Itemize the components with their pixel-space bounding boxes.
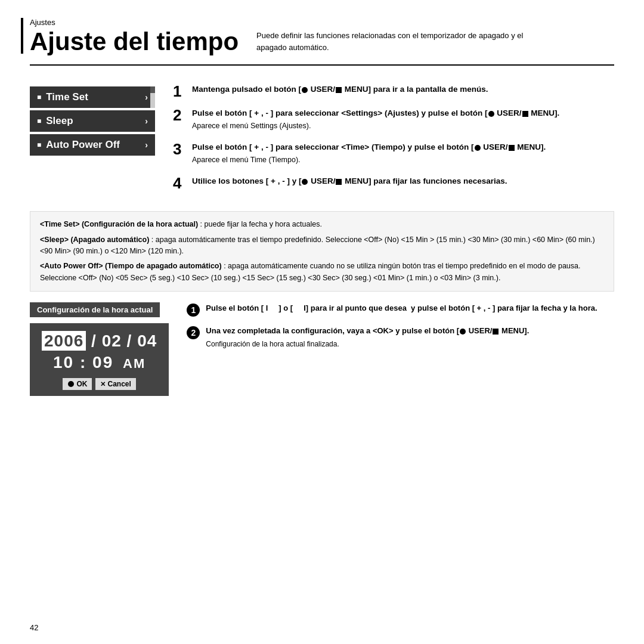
menu-item-timeset[interactable]: ■ Time Set › bbox=[30, 86, 155, 108]
chevron-icon: › bbox=[145, 140, 148, 150]
note-1: <Time Set> (Configuración de la hora act… bbox=[40, 219, 604, 230]
chevron-icon: › bbox=[145, 92, 148, 102]
date-text: 2006 / 02 / 04 bbox=[42, 332, 157, 351]
note-2: <Sleep> (Apagado automático) : apaga aut… bbox=[40, 234, 604, 258]
chevron-icon: › bbox=[145, 116, 148, 126]
step-content: Mantenga pulsado el botón [ USER/ MENU] … bbox=[192, 83, 488, 97]
page-number: 42 bbox=[30, 623, 38, 632]
step-number: 3 bbox=[173, 141, 186, 157]
config-section: Configuración de la hora actual 2006 / 0… bbox=[30, 302, 614, 396]
year-highlight: 2006 bbox=[42, 331, 86, 351]
note-label: <Sleep> (Apagado automático) bbox=[40, 236, 149, 244]
header: Ajustes Ajuste del tiempo Puede definir … bbox=[30, 18, 614, 66]
ok-label: OK bbox=[76, 380, 87, 388]
menu-box: ■ Time Set › ■ Sleep › ■ Auto Power Off bbox=[30, 86, 155, 199]
config-step-number: 2 bbox=[187, 326, 200, 339]
step-main-text: Pulse el botón [ + , - ] para selecciona… bbox=[192, 107, 559, 119]
step-sub-text: Aparece el menú Time (Tiempo). bbox=[192, 154, 546, 166]
step-1: 1 Mantenga pulsado el botón [ USER/ MENU… bbox=[173, 83, 614, 99]
bullet-icon: ■ bbox=[37, 141, 41, 149]
buttons-row: OK ✕ Cancel bbox=[42, 378, 157, 390]
section-label: Ajustes bbox=[30, 18, 239, 27]
step-main-text: Mantenga pulsado el botón [ USER/ MENU] … bbox=[192, 83, 488, 95]
hour-text: 10 bbox=[53, 353, 74, 371]
date-separator2: / bbox=[127, 332, 138, 350]
note-text: : puede fijar la fecha y hora actuales. bbox=[200, 220, 322, 228]
menu-item-sleep[interactable]: ■ Sleep › bbox=[30, 110, 155, 132]
config-step-main: Pulse el botón [ I ] o [ I] para ir al p… bbox=[206, 302, 597, 314]
note-label: <Auto Power Off> (Tiempo de apagado auto… bbox=[40, 262, 222, 270]
config-step-content: Una vez completada la configuración, vay… bbox=[206, 325, 529, 351]
ampm-text: AM bbox=[123, 356, 145, 371]
config-step-main: Una vez completada la configuración, vay… bbox=[206, 325, 529, 337]
time-colon: : bbox=[80, 353, 92, 371]
cancel-label: Cancel bbox=[107, 380, 131, 388]
config-step-number: 1 bbox=[187, 304, 200, 317]
step-main-text: Pulse el botón [ + , - ] para selecciona… bbox=[192, 141, 546, 153]
step-2: 2 Pulse el botón [ + , - ] para seleccio… bbox=[173, 107, 614, 133]
note-3: <Auto Power Off> (Tiempo de apagado auto… bbox=[40, 261, 604, 284]
header-left: Ajustes Ajuste del tiempo bbox=[30, 18, 239, 55]
step-content: Pulse el botón [ + , - ] para selecciona… bbox=[192, 107, 559, 133]
config-steps: 1 Pulse el botón [ I ] o [ I] para ir al… bbox=[187, 302, 614, 360]
title-border bbox=[21, 18, 23, 54]
menu-item-autopoweroff[interactable]: ■ Auto Power Off › bbox=[30, 134, 155, 156]
config-step-2: 2 Una vez completada la configuración, v… bbox=[187, 325, 614, 351]
config-step-1: 1 Pulse el botón [ I ] o [ I] para ir al… bbox=[187, 302, 614, 317]
step-content: Pulse el botón [ + , - ] para selecciona… bbox=[192, 141, 546, 167]
scrollbar[interactable] bbox=[150, 86, 155, 108]
page-title: Ajuste del tiempo bbox=[30, 28, 239, 55]
circle-icon bbox=[68, 381, 74, 387]
config-label: Configuración de la hora actual bbox=[30, 302, 160, 317]
day-text: 04 bbox=[137, 332, 157, 350]
bullet-icon: ■ bbox=[37, 93, 41, 101]
menu-item-label: Auto Power Off bbox=[46, 139, 120, 151]
menu-item-label: Time Set bbox=[46, 91, 88, 103]
page: Ajustes Ajuste del tiempo Puede definir … bbox=[0, 0, 644, 644]
minute-text: 09 bbox=[92, 353, 113, 371]
time-text: 10 : 09 AM bbox=[42, 353, 157, 372]
ok-button[interactable]: OK bbox=[63, 378, 92, 390]
step-sub-text: Aparece el menú Settings (Ajustes). bbox=[192, 120, 559, 132]
step-content: Utilice los botones [ + , - ] y [ USER/ … bbox=[192, 175, 507, 188]
date-separator: / bbox=[91, 332, 102, 350]
step-main-text: Utilice los botones [ + , - ] y [ USER/ … bbox=[192, 175, 507, 187]
config-left: Configuración de la hora actual 2006 / 0… bbox=[30, 302, 169, 396]
step-3: 3 Pulse el botón [ + , - ] para seleccio… bbox=[173, 141, 614, 167]
note-label: <Time Set> (Configuración de la hora act… bbox=[40, 220, 198, 228]
bullet-icon: ■ bbox=[37, 117, 41, 125]
step-4: 4 Utilice los botones [ + , - ] y [ USER… bbox=[173, 175, 614, 191]
notes-section: <Time Set> (Configuración de la hora act… bbox=[30, 211, 614, 292]
steps-list: 1 Mantenga pulsado el botón [ USER/ MENU… bbox=[173, 83, 614, 199]
main-content: ■ Time Set › ■ Sleep › ■ Auto Power Off bbox=[30, 83, 614, 199]
month-text: 02 bbox=[102, 332, 122, 350]
config-step-sub: Configuración de la hora actual finaliza… bbox=[206, 339, 529, 350]
cancel-button[interactable]: ✕ Cancel bbox=[95, 378, 135, 390]
menu-item-label: Sleep bbox=[46, 115, 73, 127]
step-number: 1 bbox=[173, 83, 186, 99]
step-number: 2 bbox=[173, 107, 186, 123]
step-number: 4 bbox=[173, 175, 186, 191]
header-description: Puede definir las funciones relacionadas… bbox=[256, 30, 555, 53]
x-icon: ✕ bbox=[100, 380, 106, 388]
scrollbar-thumb bbox=[150, 86, 155, 93]
date-display: 2006 / 02 / 04 10 : 09 AM OK bbox=[30, 323, 169, 396]
config-step-content: Pulse el botón [ I ] o [ I] para ir al p… bbox=[206, 302, 597, 315]
